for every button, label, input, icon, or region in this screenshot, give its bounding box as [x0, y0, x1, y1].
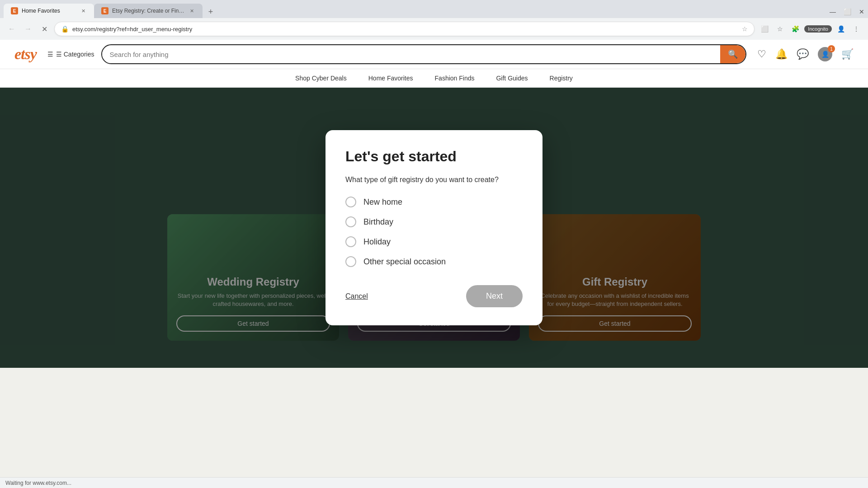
browser-actions: ⬜ ☆ 🧩 Incognito 👤 ⋮ — [758, 23, 863, 35]
messages-icon[interactable]: 💬 — [797, 48, 809, 60]
radio-new-home[interactable] — [345, 197, 356, 207]
nav-shop-cyber-deals[interactable]: Shop Cyber Deals — [295, 75, 347, 82]
registry-type-modal: Let's get started What type of gift regi… — [326, 130, 542, 325]
etsy-site: etsy ☰ ☰ Categories 🔍 ♡ 🔔 💬 👤 1 🛒 Shop C — [0, 40, 868, 488]
etsy-nav: Shop Cyber Deals Home Favorites Fashion … — [0, 69, 868, 88]
incognito-badge: Incognito — [804, 25, 832, 33]
tab-favicon-2: E — [101, 7, 108, 14]
modal-title: Let's get started — [345, 148, 523, 165]
extensions-icon[interactable]: 🧩 — [789, 23, 802, 35]
user-avatar[interactable]: 👤 1 — [818, 47, 832, 61]
forward-button[interactable]: → — [22, 23, 34, 35]
radio-other[interactable] — [345, 256, 356, 267]
nav-home-favorites[interactable]: Home Favorites — [368, 75, 413, 82]
option-holiday[interactable]: Holiday — [345, 236, 523, 247]
nav-registry[interactable]: Registry — [550, 75, 573, 82]
star-icon: ☆ — [742, 25, 748, 33]
status-text: Waiting for www.etsy.com... — [5, 480, 71, 486]
notification-badge: 1 — [828, 45, 835, 52]
tab-label-1: Home Favorites — [22, 8, 76, 14]
option-new-home[interactable]: New home — [345, 197, 523, 207]
search-button[interactable]: 🔍 — [720, 45, 745, 63]
tab-favicon-1: E — [11, 7, 18, 14]
modal-overlay: Let's get started What type of gift regi… — [0, 88, 868, 368]
window-controls: — ⬜ ✕ — [826, 5, 868, 18]
etsy-header: etsy ☰ ☰ Categories 🔍 ♡ 🔔 💬 👤 1 🛒 — [0, 40, 868, 69]
maximize-button[interactable]: ⬜ — [841, 5, 854, 18]
status-bar: Waiting for www.etsy.com... — [0, 477, 868, 488]
nav-fashion-finds[interactable]: Fashion Finds — [435, 75, 475, 82]
option-other[interactable]: Other special occasion — [345, 256, 523, 267]
modal-question: What type of gift registry do you want t… — [345, 176, 523, 184]
search-icon: 🔍 — [728, 49, 738, 59]
bookmark-icon[interactable]: ☆ — [774, 23, 786, 35]
nav-gift-guides[interactable]: Gift Guides — [496, 75, 528, 82]
option-other-label: Other special occasion — [363, 257, 446, 267]
tab-label-2: Etsy Registry: Create or Find a G — [112, 8, 184, 14]
url-display: etsy.com/registry?ref=hdr_user_menu-regi… — [72, 26, 738, 33]
new-tab-button[interactable]: + — [204, 5, 217, 18]
tab-bar: E Home Favorites ✕ E Etsy Registry: Crea… — [0, 0, 868, 18]
cancel-button[interactable]: Cancel — [345, 292, 368, 300]
minimize-button[interactable]: — — [826, 5, 839, 18]
categories-button[interactable]: ☰ ☰ Categories — [47, 51, 94, 58]
tab-registry[interactable]: E Etsy Registry: Create or Find a G ✕ — [94, 4, 203, 18]
avatar-icon: 👤 — [821, 51, 829, 58]
option-holiday-label: Holiday — [363, 237, 391, 247]
option-new-home-label: New home — [363, 197, 402, 207]
radio-holiday[interactable] — [345, 236, 356, 247]
favorites-icon[interactable]: ♡ — [757, 48, 766, 60]
header-actions: ♡ 🔔 💬 👤 1 🛒 — [757, 47, 854, 61]
categories-label: ☰ Categories — [56, 51, 94, 58]
option-birthday-label: Birthday — [363, 217, 393, 227]
profile-icon[interactable]: 👤 — [835, 23, 847, 35]
tab-home-favorites[interactable]: E Home Favorites ✕ — [4, 4, 94, 18]
next-button[interactable]: Next — [466, 285, 523, 307]
registry-type-options: New home Birthday Holiday Other special … — [345, 197, 523, 267]
background-content: Wedding Registry Start your new life tog… — [0, 88, 868, 368]
search-bar[interactable]: 🔍 — [101, 44, 746, 64]
search-input[interactable] — [102, 51, 720, 58]
hamburger-icon: ☰ — [47, 51, 53, 58]
notifications-icon[interactable]: 🔔 — [775, 48, 788, 60]
tab-close-1[interactable]: ✕ — [80, 7, 87, 14]
cart-icon[interactable]: 🛒 — [841, 48, 854, 60]
option-birthday[interactable]: Birthday — [345, 216, 523, 227]
browser-chrome: E Home Favorites ✕ E Etsy Registry: Crea… — [0, 0, 868, 40]
reload-button[interactable]: ✕ — [38, 23, 51, 35]
address-bar[interactable]: 🔒 etsy.com/registry?ref=hdr_user_menu-re… — [54, 22, 755, 36]
modal-footer: Cancel Next — [345, 285, 523, 307]
more-options-icon[interactable]: ⋮ — [850, 23, 863, 35]
lock-icon: 🔒 — [61, 25, 69, 33]
etsy-logo: etsy — [14, 46, 37, 63]
tab-close-2[interactable]: ✕ — [188, 7, 195, 14]
back-button[interactable]: ← — [5, 23, 18, 35]
radio-birthday[interactable] — [345, 216, 356, 227]
cast-icon[interactable]: ⬜ — [758, 23, 771, 35]
close-button[interactable]: ✕ — [855, 5, 868, 18]
address-bar-row: ← → ✕ 🔒 etsy.com/registry?ref=hdr_user_m… — [0, 18, 868, 40]
